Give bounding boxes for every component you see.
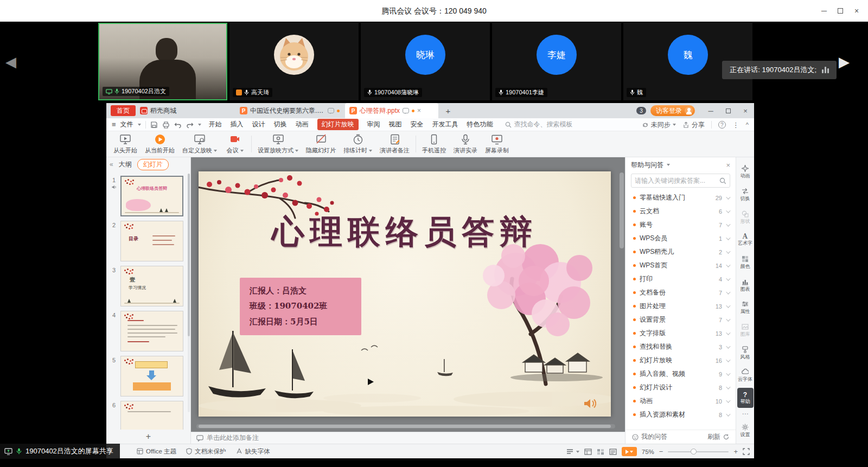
slide-audio-speaker-icon[interactable] [584,398,597,409]
participant-tile[interactable]: 高天琦 [229,23,359,100]
help-item[interactable]: WPS会员1 [626,232,736,245]
menu-devtools[interactable]: 开发工具 [432,120,458,129]
menu-features[interactable]: 特色功能 [467,120,493,129]
add-slide-button[interactable]: + [106,430,190,444]
tab-document-2-active[interactable]: P 心理答辩.pptx × [345,103,438,118]
tool-cloud-fonts[interactable]: 云字体 [737,364,754,387]
more-tools-icon[interactable]: ⋯ [742,409,749,419]
slide-thumbnail-1[interactable]: 1 心理联络员答辩 [107,176,188,216]
ribbon-speaker-notes[interactable]: 演讲者备注 [376,131,413,157]
help-item[interactable]: 文字排版13 [626,327,736,340]
search-icon[interactable] [719,177,726,184]
notes-toggle[interactable] [566,449,579,455]
participant-tile[interactable]: 晓琳 19070408蒲晓琳 [361,23,490,100]
menu-slideshow-active[interactable]: 幻灯片放映 [317,119,359,130]
prev-participants-button[interactable]: ◀ [5,52,16,72]
slide-title[interactable]: 心理联络员答辩 [199,210,611,254]
tab-home[interactable]: 首页 [111,105,136,116]
tool-animation[interactable]: 动画 [737,161,754,183]
help-item[interactable]: 查找和替换3 [626,340,736,354]
help-item[interactable]: 动画10 [626,394,736,408]
redo-icon[interactable] [186,121,194,129]
help-item[interactable]: 云文档6 [626,204,736,218]
start-slideshow-button[interactable] [622,447,637,456]
tool-wordart[interactable]: A 艺术字 [737,228,754,251]
help-item[interactable]: 插入资源和素材8 [626,408,736,421]
tool-color[interactable]: 颜色 [737,251,754,274]
close-tab-icon[interactable]: × [417,107,421,114]
presenter-info-box[interactable]: 汇报人：吕浩文 班级：19070402班 汇报日期：5月5日 [240,278,361,335]
help-item[interactable]: 设置背景7 [626,313,736,327]
command-search[interactable]: 查找命令、搜索模板 [505,120,573,129]
menu-view[interactable]: 视图 [389,120,402,129]
slide-thumbnail-4[interactable]: 4 [107,311,188,351]
notification-badge[interactable]: 3 [636,107,646,114]
theme-indicator[interactable]: Office 主题 [137,447,176,456]
more-options-icon[interactable]: ⋮ [732,121,739,129]
minimize-icon[interactable]: ─ [816,3,832,18]
help-item[interactable]: 文档备份7 [626,286,736,299]
participant-tile[interactable]: 19070402吕浩文 [98,23,227,100]
slide-sorter-icon[interactable] [597,449,604,455]
slide-thumbnail-2[interactable]: 2 目录 [107,221,188,261]
wps-maximize-icon[interactable] [722,103,735,118]
sync-status[interactable]: 未同步 [642,120,676,130]
zoom-in-icon[interactable]: + [733,447,738,456]
tab-store[interactable]: 稻壳商城 [140,103,176,118]
tool-help-active[interactable]: ? 帮助 [737,388,754,408]
help-item[interactable]: 零基础快速入门29 [626,191,736,204]
tool-style[interactable]: 风格 [737,341,754,364]
normal-view-icon[interactable] [584,449,592,455]
help-item[interactable]: WPS稻壳儿2 [626,245,736,259]
save-icon[interactable] [150,121,158,129]
maximize-icon[interactable] [832,3,848,18]
slide-thumbnail-5[interactable]: 5 [107,356,188,396]
ribbon-screen-record[interactable]: 屏幕录制 [481,131,513,157]
participant-tile[interactable]: 李婕 19070401李婕 [492,23,621,100]
tool-gallery[interactable]: 图库 [737,319,754,342]
help-icon[interactable]: ? [718,121,726,129]
my-questions-link[interactable]: 我的问答 [632,432,667,442]
slide-thumbnail-3[interactable]: 3 壹 学习情况 [107,266,188,306]
tab-outline[interactable]: 大纲 [119,160,132,169]
print-icon[interactable] [162,121,170,129]
new-tab-button[interactable]: + [442,103,455,118]
protection-indicator[interactable]: 文档未保护 [186,447,226,456]
menu-insert[interactable]: 插入 [231,120,244,129]
ribbon-rehearse[interactable]: 排练计时 [340,131,376,157]
slide-canvas[interactable]: 心理联络员答辩 汇报人：吕浩文 班级：19070402班 汇报日期：5月5日 [199,171,611,417]
wps-minimize-icon[interactable]: ─ [704,103,717,118]
slide-thumbnail-6[interactable]: 6 [107,401,188,430]
tool-settings[interactable]: 设置 [737,419,754,442]
reading-view-icon[interactable] [609,449,617,455]
wps-close-icon[interactable]: × [739,103,752,118]
ribbon-setup-show[interactable]: 设置放映方式 [254,131,302,157]
ribbon-from-current[interactable]: 从当前开始 [141,131,178,157]
ribbon-speech-record[interactable]: 演讲实录 [450,131,481,157]
collapse-panel-icon[interactable]: « [110,161,113,168]
file-menu[interactable]: 文件 [120,120,133,129]
menu-security[interactable]: 安全 [411,120,424,129]
notes-bar[interactable]: 单击此处添加备注 [191,432,625,444]
help-item[interactable]: 打印4 [626,272,736,286]
tab-document-1[interactable]: P 中国近代史纲要第六章.pptx [235,103,344,118]
help-item[interactable]: 幻灯片放映16 [626,354,736,367]
tool-shapes[interactable]: 形状 [737,206,754,228]
vertical-scrollbar[interactable] [620,161,624,415]
ribbon-meeting[interactable]: 会议 [221,131,249,157]
collapse-ribbon-icon[interactable]: ^ [746,121,749,128]
menu-review[interactable]: 审阅 [367,120,380,129]
help-item[interactable]: 账号7 [626,218,736,232]
horizontal-scrollbar[interactable] [196,424,615,428]
menu-animation[interactable]: 动画 [296,120,309,129]
help-item[interactable]: 图片处理13 [626,299,736,313]
tool-properties[interactable]: 属性 [737,296,754,319]
panel-scrollbar[interactable] [188,174,190,412]
zoom-out-icon[interactable]: − [659,447,663,456]
fit-window-icon[interactable] [743,448,750,455]
zoom-slider[interactable] [668,451,729,452]
hamburger-icon[interactable]: ≡ [112,120,116,129]
chevron-down-icon[interactable] [198,124,201,126]
ribbon-hide-slide[interactable]: 隐藏幻灯片 [302,131,340,157]
zoom-level[interactable]: 75% [642,449,654,455]
